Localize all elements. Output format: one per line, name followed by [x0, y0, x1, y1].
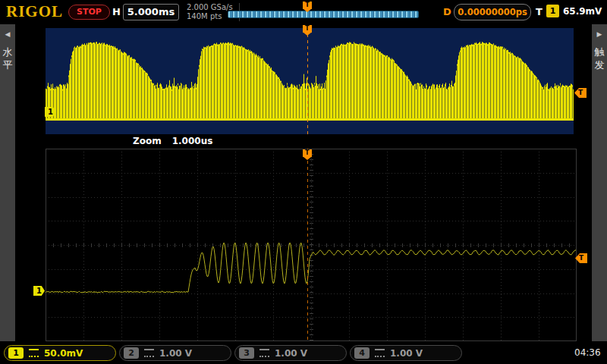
- horizontal-position-bar[interactable]: [228, 11, 419, 18]
- channel-4-badge: 4: [354, 347, 370, 359]
- trigger-menu-tab[interactable]: ▶ 触发: [592, 24, 607, 341]
- channel-3-scale: 1.00 V: [275, 348, 307, 359]
- trigger-level-marker-main[interactable]: T: [574, 88, 587, 98]
- collapse-left-arrow-icon: ◀: [0, 30, 15, 38]
- delay-label: D: [443, 6, 451, 17]
- oscilloscope-screen: RIGOL STOP H 5.000ms 2.000 GSa/s 140M pt…: [0, 0, 607, 364]
- sample-rate-label: 2.000 GSa/s: [187, 3, 233, 12]
- collapse-right-arrow-icon: ▶: [592, 30, 607, 38]
- main-waveform-canvas[interactable]: [46, 28, 574, 134]
- delay-value[interactable]: 0.00000000ps: [454, 4, 531, 20]
- trigger-level-marker-zoom[interactable]: T: [575, 253, 587, 263]
- channel-1-status[interactable]: 1 50.0mV: [4, 345, 116, 361]
- channel-1-badge: 1: [8, 347, 24, 359]
- trigger-position-marker-zoom[interactable]: T: [303, 149, 312, 157]
- dc-coupling-icon: [144, 349, 154, 357]
- main-waveform-view[interactable]: [46, 28, 574, 134]
- zoom-scale-value: 1.000us: [172, 136, 213, 146]
- dc-coupling-icon: [375, 349, 385, 357]
- channel-3-badge: 3: [239, 347, 254, 359]
- channel-2-scale: 1.00 V: [159, 348, 192, 359]
- trigger-menu-label: 触发: [592, 46, 607, 71]
- channel-1-scale: 50.0mV: [44, 348, 83, 359]
- channel-2-badge: 2: [124, 347, 139, 359]
- channel-2-status[interactable]: 2 1.00 V: [119, 345, 231, 361]
- channel-1-offset-marker-zoom[interactable]: 1: [33, 286, 45, 296]
- zoom-waveform-view[interactable]: [46, 149, 577, 341]
- channel-3-status[interactable]: 3 1.00 V: [234, 345, 347, 361]
- top-status-bar: RIGOL STOP H 5.000ms 2.000 GSa/s 140M pt…: [0, 0, 607, 24]
- horizontal-menu-label: 水平: [0, 46, 15, 71]
- dc-coupling-icon: [259, 349, 269, 357]
- zoom-scale-readout: Zoom1.000us: [133, 136, 212, 146]
- dc-coupling-icon: [29, 349, 39, 357]
- channel-4-status[interactable]: 4 1.00 V: [350, 345, 462, 361]
- channel-4-scale: 1.00 V: [390, 348, 423, 359]
- brand-logo: RIGOL: [6, 2, 63, 21]
- trigger-position-marker-main[interactable]: T: [303, 25, 312, 33]
- channel-status-bar: 1 50.0mV 2 1.00 V 3 1.00 V 4 1.00 V 04:3…: [0, 343, 607, 364]
- zoom-waveform-canvas[interactable]: [46, 149, 577, 341]
- horizontal-label: H: [112, 6, 121, 17]
- timebase-value[interactable]: 5.000ms: [123, 4, 179, 20]
- zoom-label: Zoom: [133, 136, 162, 146]
- trigger-level-value[interactable]: 65.9mV: [563, 6, 602, 17]
- trigger-source-badge[interactable]: 1: [546, 5, 559, 17]
- run-state-badge[interactable]: STOP: [68, 5, 110, 20]
- trigger-label: T: [536, 6, 543, 17]
- system-clock: 04:36: [574, 347, 601, 358]
- trigger-position-marker-topbar[interactable]: T: [303, 2, 312, 9]
- horizontal-menu-tab[interactable]: ◀ 水平: [0, 24, 15, 341]
- memory-depth-label: 140M pts: [187, 12, 233, 21]
